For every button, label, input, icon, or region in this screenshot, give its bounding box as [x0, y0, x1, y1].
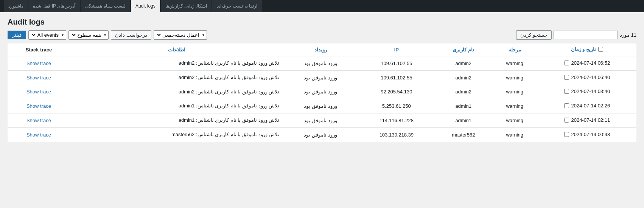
cell-event: ورود ناموفق بود	[283, 56, 358, 71]
events-select[interactable]: All events	[31, 32, 60, 38]
col-header-stack-trace: Stack trace	[8, 43, 70, 56]
table-row: 2024-07-14 02:26 warning admin1 5.253.61…	[8, 99, 636, 113]
cell-datetime: 2024-07-14 03:40	[538, 85, 636, 99]
cell-ip: 109.61.102.55	[358, 70, 435, 85]
col-header-ip: IP	[358, 43, 435, 56]
cell-stage: warning	[492, 113, 538, 128]
cell-event: ورود ناموفق بود	[283, 127, 358, 142]
nav-tab-blacklist[interactable]: لیست سیاه همیشگی	[81, 0, 130, 12]
col-header-info: اطلاعات	[70, 43, 283, 56]
page-title: Audit logs	[8, 18, 636, 26]
search-input[interactable]	[554, 31, 618, 39]
cell-username: admin1	[435, 99, 492, 113]
chevron-down-icon: ▾	[104, 33, 106, 37]
bulk-action-select[interactable]: اعمال دسته‌جمعی	[156, 32, 201, 38]
datetime-value: 2024-07-14 02:26	[571, 103, 610, 109]
cell-stage: warning	[492, 127, 538, 142]
chevron-down-icon: ▾	[202, 33, 204, 37]
cell-stack-trace: Show trace	[8, 85, 70, 99]
cell-username: admin2	[435, 70, 492, 85]
col-header-event: رویداد	[283, 43, 358, 56]
cell-stage: warning	[492, 99, 538, 113]
table-body: 2024-07-14 06:52 warning admin2 109.61.1…	[8, 56, 636, 142]
cell-info: تلاش ورود ناموفق با نام کاربری ناشناس: m…	[70, 127, 283, 142]
row-checkbox[interactable]	[564, 118, 569, 123]
row-checkbox[interactable]	[564, 75, 569, 80]
cell-ip: 5.253.61.250	[358, 99, 435, 113]
show-trace-link[interactable]: Show trace	[26, 61, 51, 66]
cell-ip: 114.116.81.228	[358, 113, 435, 128]
cell-info: تلاش ورود ناموفق با نام کاربری ناشناس: a…	[70, 85, 283, 99]
search-button[interactable]: جستجو کردن	[516, 30, 552, 40]
col-header-username: نام کاربری	[435, 43, 492, 56]
cell-event: ورود ناموفق بود	[283, 70, 358, 85]
cell-username: admin1	[435, 113, 492, 128]
cell-stack-trace: Show trace	[8, 99, 70, 113]
show-trace-link[interactable]: Show trace	[26, 118, 51, 123]
level-select[interactable]: همه سطوح	[71, 32, 103, 38]
cell-stack-trace: Show trace	[8, 70, 70, 85]
table-header: تاریخ و زمان مرحله نام کاربری IP رویداد …	[8, 43, 636, 56]
cell-datetime: 2024-07-14 02:11	[538, 113, 636, 128]
datetime-value: 2024-07-14 03:40	[571, 88, 610, 94]
cell-stack-trace: Show trace	[8, 56, 70, 71]
content-area: Audit logs جستجو کردن 11 مورد فیلتر ▾ Al…	[0, 12, 644, 148]
cell-stack-trace: Show trace	[8, 127, 70, 142]
row-checkbox[interactable]	[564, 132, 569, 137]
cell-username: admin2	[435, 85, 492, 99]
col-header-stage: مرحله	[492, 43, 538, 56]
nav-tab-upgrade[interactable]: ارتقا به نسخه حرفه‌ای	[212, 0, 262, 12]
cell-datetime: 2024-07-14 06:40	[538, 70, 636, 85]
table-row: 2024-07-14 00:48 warning master562 103.1…	[8, 127, 636, 142]
table-row: 2024-07-14 03:40 warning admin2 92.205.5…	[8, 85, 636, 99]
nav-tab-dashboard[interactable]: داشبورد	[4, 0, 28, 12]
level-select-box[interactable]: ▾ همه سطوح	[68, 30, 109, 40]
filter-button[interactable]: فیلتر	[8, 31, 26, 39]
cell-datetime: 2024-07-14 06:52	[538, 56, 636, 71]
count-label: 11 مورد	[620, 32, 636, 38]
cell-ip: 103.130.218.39	[358, 127, 435, 142]
cell-stage: warning	[492, 56, 538, 71]
cell-username: master562	[435, 127, 492, 142]
nav-tab-debug-log[interactable]: اشکال‌زدایی گزارش‌ها	[161, 0, 212, 12]
table-row: 2024-07-14 02:11 warning admin1 114.116.…	[8, 113, 636, 128]
row-checkbox[interactable]	[564, 103, 569, 108]
row-checkbox[interactable]	[564, 61, 569, 65]
cell-datetime: 2024-07-14 00:48	[538, 127, 636, 142]
cell-info: تلاش ورود ناموفق با نام کاربری ناشناس: a…	[70, 99, 283, 113]
cell-stage: warning	[492, 70, 538, 85]
cell-ip: 109.61.102.55	[358, 56, 435, 71]
top-navigation: ارتقا به نسخه حرفه‌ای اشکال‌زدایی گزارش‌…	[0, 0, 644, 12]
col-header-datetime: تاریخ و زمان	[538, 43, 636, 56]
toolbar: جستجو کردن 11 مورد فیلتر ▾ All events ▾ …	[8, 30, 636, 40]
events-select-box[interactable]: ▾ All events	[28, 30, 66, 40]
cell-stack-trace: Show trace	[8, 113, 70, 128]
datetime-value: 2024-07-14 06:52	[571, 60, 610, 66]
cell-datetime: 2024-07-14 02:26	[538, 99, 636, 113]
table-row: 2024-07-14 06:40 warning admin2 109.61.1…	[8, 70, 636, 85]
datetime-value: 2024-07-14 00:48	[571, 132, 610, 137]
cell-event: ورود ناموفق بود	[283, 99, 358, 113]
cell-event: ورود ناموفق بود	[283, 113, 358, 128]
show-trace-link[interactable]: Show trace	[26, 132, 51, 138]
datetime-value: 2024-07-14 02:11	[571, 117, 610, 123]
show-trace-link[interactable]: Show trace	[26, 89, 51, 95]
cell-event: ورود ناموفق بود	[283, 85, 358, 99]
row-checkbox[interactable]	[564, 89, 569, 94]
cell-username: admin2	[435, 56, 492, 71]
datetime-value: 2024-07-14 06:40	[571, 75, 610, 80]
nav-tab-blocked-ips[interactable]: آدرس‌های IP قفل شده	[28, 0, 80, 12]
toolbar-left: جستجو کردن 11 مورد	[516, 30, 636, 40]
table-row: 2024-07-14 06:52 warning admin2 109.61.1…	[8, 56, 636, 71]
cell-info: تلاش ورود ناموفق با نام کاربری ناشناس: a…	[70, 113, 283, 128]
show-trace-link[interactable]: Show trace	[26, 103, 51, 109]
apply-button[interactable]: درخواست دادن	[111, 30, 151, 40]
cell-ip: 92.205.54.130	[358, 85, 435, 99]
cell-stage: warning	[492, 85, 538, 99]
nav-tab-audit-logs[interactable]: Audit logs	[131, 0, 160, 12]
bulk-action-select-box[interactable]: ▾ اعمال دسته‌جمعی	[154, 30, 207, 40]
show-trace-link[interactable]: Show trace	[26, 75, 51, 81]
select-all-checkbox[interactable]	[598, 47, 603, 52]
cell-info: تلاش ورود ناموفق با نام کاربری ناشناس: a…	[70, 56, 283, 71]
chevron-down-icon: ▾	[62, 33, 64, 37]
